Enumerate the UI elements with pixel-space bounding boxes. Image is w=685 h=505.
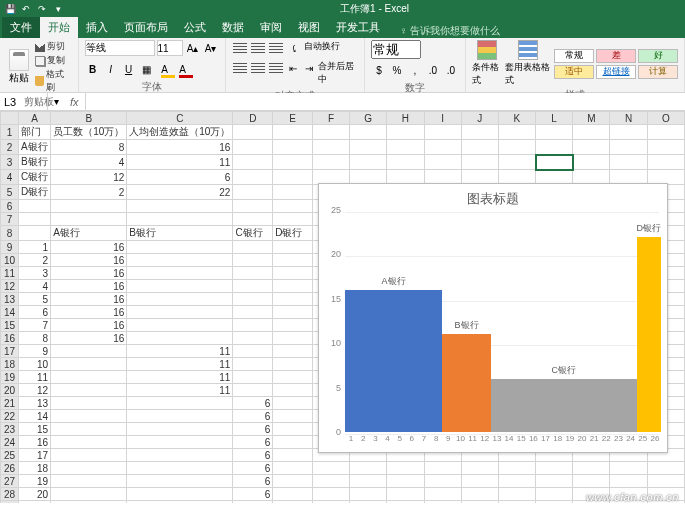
cell-E15[interactable] bbox=[273, 319, 313, 332]
cell-G26[interactable] bbox=[350, 462, 387, 475]
col-header-H[interactable]: H bbox=[387, 112, 424, 125]
cell-H1[interactable] bbox=[387, 125, 424, 140]
cell-H28[interactable] bbox=[387, 488, 424, 501]
cell-B28[interactable] bbox=[51, 488, 127, 501]
cell-H27[interactable] bbox=[387, 475, 424, 488]
col-header-N[interactable]: N bbox=[610, 112, 647, 125]
row-header-7[interactable]: 7 bbox=[1, 213, 19, 226]
cell-E21[interactable] bbox=[273, 397, 313, 410]
cell-D22[interactable]: 6 bbox=[233, 410, 273, 423]
row-header-14[interactable]: 14 bbox=[1, 306, 19, 319]
cell-D29[interactable]: 6 bbox=[233, 501, 273, 504]
cell-A28[interactable]: 20 bbox=[18, 488, 50, 501]
cell-E4[interactable] bbox=[273, 170, 313, 185]
cell-D12[interactable] bbox=[233, 280, 273, 293]
border-button[interactable]: ▦ bbox=[139, 61, 155, 77]
cell-G1[interactable] bbox=[350, 125, 387, 140]
painter-button[interactable]: 格式刷 bbox=[35, 68, 71, 94]
cell-E20[interactable] bbox=[273, 384, 313, 397]
cell-C24[interactable] bbox=[127, 436, 233, 449]
embedded-chart[interactable]: 图表标题 0510152025 A银行B银行C银行D银行 12345678910… bbox=[318, 183, 668, 453]
col-header-D[interactable]: D bbox=[233, 112, 273, 125]
row-header-11[interactable]: 11 bbox=[1, 267, 19, 280]
cell-N26[interactable] bbox=[610, 462, 647, 475]
cell-O1[interactable] bbox=[647, 125, 684, 140]
cell-C3[interactable]: 11 bbox=[127, 155, 233, 170]
tab-review[interactable]: 审阅 bbox=[252, 17, 290, 38]
save-icon[interactable]: 💾 bbox=[4, 3, 16, 15]
row-header-25[interactable]: 25 bbox=[1, 449, 19, 462]
cell-B29[interactable] bbox=[51, 501, 127, 504]
cell-C11[interactable] bbox=[127, 267, 233, 280]
row-header-20[interactable]: 20 bbox=[1, 384, 19, 397]
cell-L28[interactable] bbox=[536, 488, 573, 501]
cell-K29[interactable] bbox=[498, 501, 535, 504]
align-center-icon[interactable] bbox=[250, 60, 266, 76]
cell-D27[interactable]: 6 bbox=[233, 475, 273, 488]
inc-decimal-icon[interactable]: .0 bbox=[425, 62, 441, 78]
cell-F27[interactable] bbox=[312, 475, 349, 488]
cell-D16[interactable] bbox=[233, 332, 273, 345]
cell-E27[interactable] bbox=[273, 475, 313, 488]
col-header-I[interactable]: I bbox=[424, 112, 461, 125]
align-middle-icon[interactable] bbox=[250, 40, 266, 56]
cell-A23[interactable]: 15 bbox=[18, 423, 50, 436]
cell-B25[interactable] bbox=[51, 449, 127, 462]
underline-button[interactable]: U bbox=[121, 61, 137, 77]
col-header-C[interactable]: C bbox=[127, 112, 233, 125]
cell-C6[interactable] bbox=[127, 200, 233, 213]
cell-A10[interactable]: 2 bbox=[18, 254, 50, 267]
cell-C25[interactable] bbox=[127, 449, 233, 462]
cell-H26[interactable] bbox=[387, 462, 424, 475]
cell-A27[interactable]: 19 bbox=[18, 475, 50, 488]
col-header-B[interactable]: B bbox=[51, 112, 127, 125]
percent-icon[interactable]: % bbox=[389, 62, 405, 78]
cell-D20[interactable] bbox=[233, 384, 273, 397]
cell-C27[interactable] bbox=[127, 475, 233, 488]
cell-B8[interactable]: A银行 bbox=[51, 226, 127, 241]
indent-dec-icon[interactable]: ⇤ bbox=[286, 60, 300, 76]
cell-M1[interactable] bbox=[573, 125, 610, 140]
qat-more-icon[interactable]: ▾ bbox=[52, 3, 64, 15]
cell-B20[interactable] bbox=[51, 384, 127, 397]
cell-D24[interactable]: 6 bbox=[233, 436, 273, 449]
cell-D5[interactable] bbox=[233, 185, 273, 200]
cell-C7[interactable] bbox=[127, 213, 233, 226]
cell-A29[interactable]: 21 bbox=[18, 501, 50, 504]
cell-B26[interactable] bbox=[51, 462, 127, 475]
cell-C2[interactable]: 16 bbox=[127, 140, 233, 155]
row-header-13[interactable]: 13 bbox=[1, 293, 19, 306]
tab-file[interactable]: 文件 bbox=[2, 17, 40, 38]
cell-B12[interactable]: 16 bbox=[51, 280, 127, 293]
cell-J1[interactable] bbox=[461, 125, 498, 140]
cell-B9[interactable]: 16 bbox=[51, 241, 127, 254]
cond-format-button[interactable]: 条件格式 bbox=[472, 40, 502, 87]
cell-B23[interactable] bbox=[51, 423, 127, 436]
row-header-9[interactable]: 9 bbox=[1, 241, 19, 254]
cell-K2[interactable] bbox=[498, 140, 535, 155]
cell-A14[interactable]: 6 bbox=[18, 306, 50, 319]
cell-B27[interactable] bbox=[51, 475, 127, 488]
cell-K1[interactable] bbox=[498, 125, 535, 140]
col-header-G[interactable]: G bbox=[350, 112, 387, 125]
align-bottom-icon[interactable] bbox=[268, 40, 284, 56]
cell-A2[interactable]: A银行 bbox=[18, 140, 50, 155]
cell-K26[interactable] bbox=[498, 462, 535, 475]
cell-J2[interactable] bbox=[461, 140, 498, 155]
cell-A4[interactable]: C银行 bbox=[18, 170, 50, 185]
cell-styles-gallery[interactable]: 常规 差 好 适中 超链接 计算 bbox=[554, 49, 678, 79]
cell-B14[interactable]: 16 bbox=[51, 306, 127, 319]
cell-D15[interactable] bbox=[233, 319, 273, 332]
cut-button[interactable]: 剪切 bbox=[35, 40, 71, 53]
cell-C15[interactable] bbox=[127, 319, 233, 332]
cell-M3[interactable] bbox=[573, 155, 610, 170]
cell-E24[interactable] bbox=[273, 436, 313, 449]
cell-I29[interactable] bbox=[424, 501, 461, 504]
cell-C23[interactable] bbox=[127, 423, 233, 436]
cell-A9[interactable]: 1 bbox=[18, 241, 50, 254]
cell-L2[interactable] bbox=[536, 140, 573, 155]
cell-B10[interactable]: 16 bbox=[51, 254, 127, 267]
cell-A5[interactable]: D银行 bbox=[18, 185, 50, 200]
cell-I2[interactable] bbox=[424, 140, 461, 155]
tab-layout[interactable]: 页面布局 bbox=[116, 17, 176, 38]
